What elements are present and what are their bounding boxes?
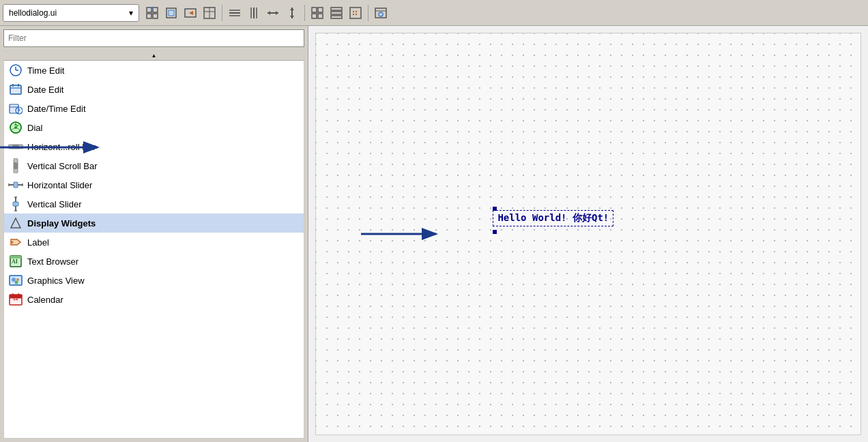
display-widgets-category[interactable]: Display Widgets (4, 213, 304, 233)
svg-marker-18 (267, 11, 270, 15)
svg-rect-3 (153, 14, 158, 18)
canvas-label-widget[interactable]: Hello World! 你好Qt! (493, 210, 613, 226)
vexpand-icon (285, 6, 299, 20)
label-item-label: Label (27, 237, 49, 248)
list-item[interactable]: Date Edit (4, 80, 304, 99)
list-item[interactable]: Date/Time Edit (4, 99, 304, 118)
calendar-item[interactable]: 12 Calendar (4, 290, 304, 309)
grid-layout-btn[interactable] (308, 4, 326, 22)
svg-rect-6 (169, 10, 174, 16)
svg-marker-66 (11, 218, 20, 228)
svg-rect-45 (10, 104, 18, 113)
sep-2 (304, 5, 305, 21)
layout-vlayout-btn[interactable] (245, 4, 263, 22)
main-layout: ▲ Time Edit (0, 26, 868, 442)
toolbar-icon-4 (203, 6, 216, 20)
layout-hexpand-btn[interactable] (264, 4, 282, 22)
text-browser-icon: AI (8, 254, 23, 269)
svg-point-67 (12, 241, 14, 244)
vslider-icon (8, 196, 23, 211)
display-widgets-label: Display Widgets (27, 218, 96, 229)
list-item[interactable]: Vertical Slider (4, 194, 304, 213)
svg-rect-27 (331, 8, 342, 10)
svg-text:AI: AI (12, 259, 18, 265)
graphics-view-icon (8, 273, 23, 288)
svg-point-72 (12, 278, 16, 282)
svg-rect-70 (10, 256, 21, 259)
calendar-icon (8, 82, 23, 97)
svg-rect-1 (153, 8, 158, 12)
sep-1 (222, 5, 222, 21)
svg-rect-57 (14, 162, 18, 169)
list-item[interactable]: Horizontal Slider (4, 175, 304, 194)
form-icon (330, 6, 343, 20)
svg-marker-22 (290, 16, 294, 18)
filter-input[interactable] (3, 29, 304, 47)
time-edit-label: Time Edit (27, 65, 64, 76)
handle-tr (493, 207, 497, 211)
hslider-label: Horizontal Slider (27, 180, 92, 190)
preview-icon (374, 6, 388, 20)
toolbar-btn-2[interactable] (162, 4, 180, 22)
grid-icon (310, 6, 324, 20)
svg-rect-28 (331, 12, 342, 14)
dial-label: Dial (27, 123, 42, 133)
list-item[interactable]: Dial (4, 118, 304, 137)
list-item[interactable]: Vertical Scroll Bar (4, 156, 304, 175)
svg-rect-30 (350, 8, 361, 18)
sidebar-arrow (0, 139, 104, 156)
hslider-icon (8, 177, 23, 192)
scroll-up-btn[interactable]: ▲ (4, 51, 304, 61)
vlayout-icon (247, 6, 261, 20)
break-layout-btn[interactable] (347, 4, 364, 22)
canvas-area: Hello World! 你好Qt! (308, 26, 868, 442)
preview-btn[interactable] (372, 4, 390, 22)
text-browser-label: Text Browser (27, 256, 78, 267)
toolbar-btn-3[interactable] (182, 4, 199, 22)
svg-point-35 (379, 12, 383, 16)
vscrollbar-icon (8, 158, 23, 173)
main-toolbar: hellodialog.ui ▾ (0, 0, 868, 26)
vscrollbar-label: Vertical Scroll Bar (27, 161, 98, 171)
category-icon (8, 216, 23, 231)
list-item[interactable]: Time Edit (4, 61, 304, 80)
layout-vexpand-btn[interactable] (283, 4, 301, 22)
toolbar-icon-1 (145, 6, 159, 20)
form-layout-btn[interactable] (328, 4, 345, 22)
svg-rect-26 (318, 14, 323, 18)
file-title[interactable]: hellodialog.ui ▾ (3, 4, 139, 22)
svg-marker-21 (290, 8, 294, 10)
graphics-view-item[interactable]: Graphics View (4, 271, 304, 290)
widget-panel: ▲ Time Edit (0, 26, 308, 442)
label-list-item[interactable]: Label (4, 233, 304, 252)
graphics-view-label: Graphics View (27, 276, 85, 286)
hexpand-icon (266, 6, 280, 20)
toolbar-icon-3 (184, 6, 197, 20)
svg-rect-59 (14, 182, 18, 188)
svg-point-73 (16, 278, 19, 281)
canvas-inner: Hello World! 你好Qt! (315, 33, 861, 435)
filter-box (0, 26, 308, 50)
svg-rect-41 (10, 85, 21, 94)
handle-br (493, 230, 497, 234)
date-edit-label: Date Edit (27, 85, 63, 95)
sep-3 (368, 5, 368, 21)
file-name: hellodialog.ui (9, 8, 57, 18)
datetime-icon (8, 101, 23, 116)
vslider-label: Vertical Slider (27, 199, 81, 209)
layout-hlayout-btn[interactable] (226, 4, 244, 22)
canvas-label-row: Hello World! 你好Qt! (493, 208, 752, 229)
svg-rect-24 (318, 8, 323, 12)
dropdown-arrow: ▾ (129, 8, 133, 18)
toolbar-btn-4[interactable] (201, 4, 218, 22)
toolbar-btn-1[interactable] (143, 4, 161, 22)
label-icon (8, 235, 23, 250)
svg-rect-23 (312, 8, 317, 12)
clock-icon (8, 63, 23, 78)
hlayout-icon (228, 6, 242, 20)
svg-rect-29 (331, 16, 342, 18)
calendar-label: Calendar (27, 295, 63, 305)
svg-point-74 (15, 281, 18, 284)
text-browser-item[interactable]: AI Text Browser (4, 252, 304, 271)
svg-marker-19 (276, 11, 278, 15)
